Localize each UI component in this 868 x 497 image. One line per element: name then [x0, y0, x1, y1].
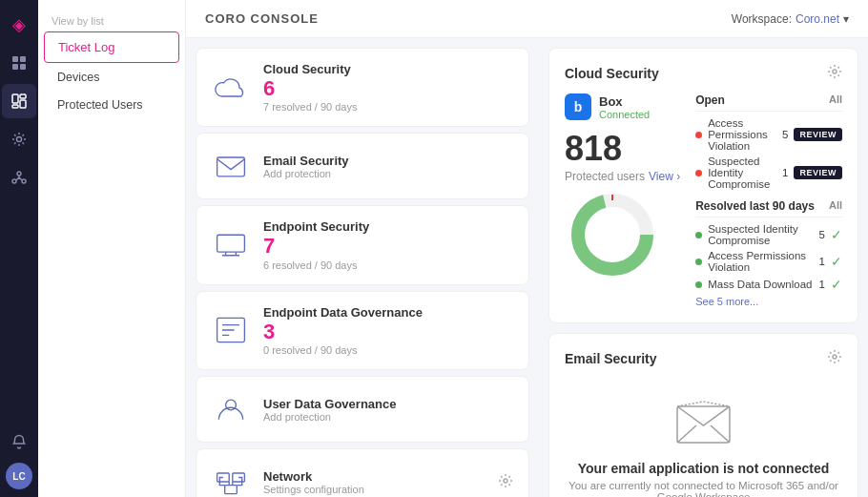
- issue-count-2: 1: [782, 167, 788, 178]
- protected-count: 818: [565, 132, 680, 166]
- cloud-panel-header: Cloud Security: [565, 64, 842, 82]
- svg-point-8: [17, 137, 22, 142]
- sidebar-item-protected-users[interactable]: Protected Users: [44, 92, 179, 118]
- email-security-card[interactable]: Email Security Add protection: [196, 133, 529, 199]
- email-card-icon: [212, 147, 250, 185]
- cloud-icon: [212, 69, 250, 107]
- resolved-row-1: Suspected Identity Compromise 5 ✓: [695, 223, 842, 246]
- sidebar: View by list Ticket Log Devices Protecte…: [38, 0, 186, 497]
- endpoint-security-card[interactable]: Endpoint Security 7 6 resolved / 90 days: [196, 205, 529, 284]
- workspace-name[interactable]: Coro.net: [796, 12, 839, 26]
- resolved-section: Resolved last 90 days All Suspected Iden…: [695, 199, 842, 307]
- cloud-service: b Box Connected: [565, 93, 680, 120]
- svg-rect-5: [20, 94, 26, 98]
- main-content: CORO CONSOLE Workspace: Coro.net ▾ Cloud…: [186, 0, 868, 497]
- cloud-panel-gear-icon[interactable]: [827, 64, 842, 82]
- svg-rect-18: [225, 486, 238, 494]
- svg-point-9: [17, 172, 21, 176]
- workspace-info: Workspace: Coro.net ▾: [732, 12, 849, 26]
- grid-icon[interactable]: [2, 46, 36, 80]
- network-card[interactable]: Network Settings configuration: [196, 448, 529, 497]
- cloud-right: Open All Access Permissions Violation 5: [695, 93, 842, 307]
- udg-title: User Data Governance: [263, 397, 513, 411]
- svg-rect-7: [12, 105, 18, 108]
- cloud-security-title: Cloud Security: [263, 62, 513, 76]
- resolved-row-3: Mass Data Download 1 ✓: [695, 277, 842, 292]
- email-empty-title: Your email application is not connected: [578, 461, 829, 476]
- svg-rect-2: [12, 64, 18, 70]
- dashboard-icon[interactable]: [2, 84, 36, 118]
- svg-rect-13: [217, 235, 245, 252]
- edg-content: Endpoint Data Governance 3 0 resolved / …: [263, 305, 513, 356]
- service-name: Box: [599, 94, 650, 109]
- endpoint-security-sub: 6 resolved / 90 days: [263, 259, 513, 271]
- email-security-panel: Email Security: [548, 333, 858, 497]
- service-status: Connected: [599, 109, 650, 120]
- header: CORO CONSOLE Workspace: Coro.net ▾: [186, 0, 868, 38]
- review-badge-1[interactable]: REVIEW: [794, 128, 842, 141]
- open-all: All: [829, 93, 842, 107]
- email-empty-sub: You are currently not connected to Micro…: [565, 480, 842, 497]
- settings-icon[interactable]: [2, 122, 36, 156]
- connections-icon[interactable]: [2, 160, 36, 195]
- cloud-security-panel: Cloud Security b Box Connected: [548, 48, 858, 323]
- green-dot: [695, 259, 702, 265]
- udg-sub: Add protection: [263, 411, 513, 423]
- cloud-security-sub: 7 resolved / 90 days: [263, 101, 513, 113]
- cloud-panel-content: b Box Connected 818 Protected users View…: [565, 93, 842, 307]
- service-info: Box Connected: [599, 94, 650, 120]
- sidebar-item-ticket-log[interactable]: Ticket Log: [44, 31, 179, 63]
- svg-rect-4: [12, 94, 18, 103]
- resolved-count-2: 1: [819, 256, 825, 267]
- svg-point-19: [504, 479, 507, 483]
- email-panel-gear-icon[interactable]: [827, 349, 842, 367]
- network-title: Network: [263, 469, 485, 484]
- header-title: CORO CONSOLE: [205, 11, 319, 26]
- resolved-name-2: Access Permissions Violation: [708, 250, 813, 273]
- resolved-count-1: 5: [819, 229, 825, 240]
- edg-value: 3: [263, 320, 513, 344]
- left-nav: ◈ LC: [0, 0, 38, 497]
- email-disconnected-icon: [671, 394, 737, 451]
- review-badge-2[interactable]: REVIEW: [794, 166, 842, 179]
- open-section-title: Open All: [695, 93, 842, 112]
- svg-point-10: [12, 179, 16, 183]
- green-dot: [695, 281, 702, 288]
- email-empty-state: Your email application is not connected …: [565, 379, 842, 497]
- network-icon: [212, 463, 250, 497]
- red-dot: [695, 170, 702, 176]
- sidebar-item-devices[interactable]: Devices: [44, 64, 179, 91]
- email-security-content: Email Security Add protection: [263, 154, 513, 179]
- svg-rect-1: [20, 56, 26, 62]
- resolved-all: All: [829, 199, 842, 213]
- network-content: Network Settings configuration: [263, 469, 485, 495]
- check-icon-3: ✓: [831, 277, 842, 292]
- resolved-name-1: Suspected Identity Compromise: [708, 223, 813, 246]
- avatar[interactable]: LC: [6, 463, 32, 489]
- edg-icon: [212, 311, 250, 349]
- endpoint-security-title: Endpoint Security: [263, 219, 513, 234]
- logo-icon[interactable]: ◈: [2, 8, 36, 42]
- email-security-sub: Add protection: [263, 168, 513, 179]
- bell-icon[interactable]: [2, 425, 36, 459]
- red-dot: [695, 132, 702, 138]
- svg-point-11: [22, 179, 26, 183]
- resolved-count-3: 1: [819, 279, 825, 290]
- email-security-title: Email Security: [263, 154, 513, 168]
- user-data-governance-card[interactable]: User Data Governance Add protection: [196, 376, 529, 443]
- svg-rect-12: [217, 157, 245, 176]
- view-link[interactable]: View ›: [649, 170, 680, 183]
- cloud-panel-title: Cloud Security: [565, 66, 659, 81]
- content-area: Cloud Security 6 7 resolved / 90 days Em…: [186, 38, 868, 497]
- cloud-security-value: 6: [263, 76, 513, 101]
- check-icon-2: ✓: [831, 254, 842, 269]
- see-more-link[interactable]: See 5 more...: [695, 296, 842, 307]
- cloud-security-card[interactable]: Cloud Security 6 7 resolved / 90 days: [196, 48, 529, 127]
- svg-point-21: [833, 70, 837, 73]
- endpoint-security-content: Endpoint Security 7 6 resolved / 90 days: [263, 219, 513, 270]
- email-panel-title: Email Security: [565, 351, 657, 366]
- network-gear-icon[interactable]: [498, 473, 513, 491]
- issue-row: Suspected Identity Compromise 1 REVIEW: [695, 155, 842, 190]
- endpoint-data-governance-card[interactable]: Endpoint Data Governance 3 0 resolved / …: [196, 291, 529, 370]
- cards-column: Cloud Security 6 7 resolved / 90 days Em…: [186, 38, 539, 497]
